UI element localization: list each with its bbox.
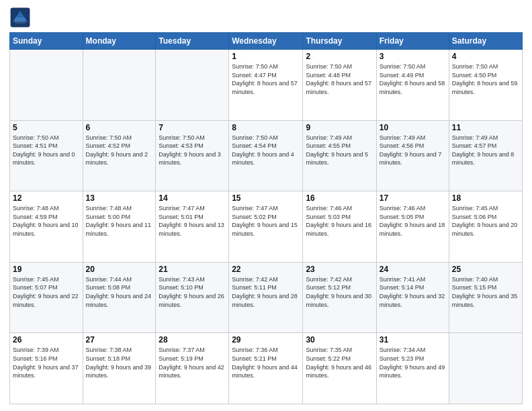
day-number: 27 <box>86 335 153 345</box>
calendar-cell: 20Sunrise: 7:44 AMSunset: 5:08 PMDayligh… <box>83 262 156 333</box>
day-info: Sunrise: 7:49 AMSunset: 4:56 PMDaylight:… <box>380 134 446 167</box>
calendar-week-4: 19Sunrise: 7:45 AMSunset: 5:07 PMDayligh… <box>10 262 523 333</box>
weekday-header-monday: Monday <box>83 33 156 50</box>
calendar-cell: 22Sunrise: 7:42 AMSunset: 5:11 PMDayligh… <box>229 262 303 333</box>
header <box>9 7 523 28</box>
day-info: Sunrise: 7:48 AMSunset: 4:59 PMDaylight:… <box>13 204 80 238</box>
day-number: 9 <box>306 123 373 132</box>
weekday-header-thursday: Thursday <box>303 33 376 50</box>
day-number: 22 <box>232 265 300 274</box>
day-info: Sunrise: 7:50 AMSunset: 4:54 PMDaylight:… <box>232 134 300 167</box>
day-number: 4 <box>452 52 519 61</box>
day-info: Sunrise: 7:36 AMSunset: 5:21 PMDaylight:… <box>232 346 300 379</box>
day-info: Sunrise: 7:46 AMSunset: 5:05 PMDaylight:… <box>380 204 446 238</box>
day-info: Sunrise: 7:50 AMSunset: 4:51 PMDaylight:… <box>13 134 80 167</box>
calendar-cell: 26Sunrise: 7:39 AMSunset: 5:16 PMDayligh… <box>10 333 83 404</box>
day-info: Sunrise: 7:34 AMSunset: 5:23 PMDaylight:… <box>380 346 446 379</box>
calendar-cell: 28Sunrise: 7:37 AMSunset: 5:19 PMDayligh… <box>156 333 229 404</box>
calendar-cell: 6Sunrise: 7:50 AMSunset: 4:52 PMDaylight… <box>83 120 156 191</box>
day-info: Sunrise: 7:45 AMSunset: 5:07 PMDaylight:… <box>13 275 80 309</box>
day-number: 30 <box>306 335 373 345</box>
day-info: Sunrise: 7:50 AMSunset: 4:50 PMDaylight:… <box>452 62 519 96</box>
calendar-cell: 31Sunrise: 7:34 AMSunset: 5:23 PMDayligh… <box>376 333 449 404</box>
calendar-week-1: 1Sunrise: 7:50 AMSunset: 4:47 PMDaylight… <box>10 50 523 121</box>
day-number: 16 <box>306 193 373 203</box>
day-number: 17 <box>380 193 446 203</box>
calendar-cell: 9Sunrise: 7:49 AMSunset: 4:55 PMDaylight… <box>303 120 376 191</box>
weekday-header-friday: Friday <box>376 33 449 50</box>
day-number: 7 <box>159 123 226 132</box>
calendar-cell: 7Sunrise: 7:50 AMSunset: 4:53 PMDaylight… <box>156 120 229 191</box>
day-info: Sunrise: 7:49 AMSunset: 4:57 PMDaylight:… <box>452 134 519 167</box>
calendar-cell: 3Sunrise: 7:50 AMSunset: 4:49 PMDaylight… <box>376 50 449 121</box>
calendar-cell: 24Sunrise: 7:41 AMSunset: 5:14 PMDayligh… <box>376 262 449 333</box>
day-number: 1 <box>232 52 300 61</box>
day-info: Sunrise: 7:45 AMSunset: 5:06 PMDaylight:… <box>452 204 519 238</box>
logo-icon <box>9 7 31 28</box>
day-number: 15 <box>232 193 300 203</box>
day-number: 24 <box>380 265 446 274</box>
day-info: Sunrise: 7:37 AMSunset: 5:19 PMDaylight:… <box>159 346 226 379</box>
day-number: 8 <box>232 123 300 132</box>
calendar-cell: 30Sunrise: 7:35 AMSunset: 5:22 PMDayligh… <box>303 333 376 404</box>
calendar-cell: 14Sunrise: 7:47 AMSunset: 5:01 PMDayligh… <box>156 191 229 263</box>
day-info: Sunrise: 7:50 AMSunset: 4:47 PMDaylight:… <box>232 62 300 96</box>
calendar-cell: 5Sunrise: 7:50 AMSunset: 4:51 PMDaylight… <box>10 120 83 191</box>
logo <box>9 7 34 28</box>
day-info: Sunrise: 7:50 AMSunset: 4:52 PMDaylight:… <box>86 134 153 167</box>
calendar-week-3: 12Sunrise: 7:48 AMSunset: 4:59 PMDayligh… <box>10 191 523 263</box>
day-info: Sunrise: 7:35 AMSunset: 5:22 PMDaylight:… <box>306 346 373 379</box>
day-info: Sunrise: 7:50 AMSunset: 4:49 PMDaylight:… <box>380 62 446 96</box>
day-info: Sunrise: 7:43 AMSunset: 5:10 PMDaylight:… <box>159 275 226 309</box>
calendar-cell: 27Sunrise: 7:38 AMSunset: 5:18 PMDayligh… <box>83 333 156 404</box>
calendar-cell: 23Sunrise: 7:42 AMSunset: 5:12 PMDayligh… <box>303 262 376 333</box>
calendar-table: SundayMondayTuesdayWednesdayThursdayFrid… <box>9 32 523 404</box>
day-number: 18 <box>452 193 519 203</box>
weekday-header-wednesday: Wednesday <box>229 33 303 50</box>
day-info: Sunrise: 7:48 AMSunset: 5:00 PMDaylight:… <box>86 204 153 238</box>
weekday-header-tuesday: Tuesday <box>156 33 229 50</box>
calendar-cell: 25Sunrise: 7:40 AMSunset: 5:15 PMDayligh… <box>449 262 522 333</box>
calendar-cell: 10Sunrise: 7:49 AMSunset: 4:56 PMDayligh… <box>376 120 449 191</box>
weekday-header-sunday: Sunday <box>10 33 83 50</box>
day-info: Sunrise: 7:44 AMSunset: 5:08 PMDaylight:… <box>86 275 153 309</box>
day-number: 19 <box>13 265 80 274</box>
day-number: 14 <box>159 193 226 203</box>
day-info: Sunrise: 7:41 AMSunset: 5:14 PMDaylight:… <box>380 275 446 309</box>
day-number: 31 <box>380 335 446 345</box>
calendar-cell: 2Sunrise: 7:50 AMSunset: 4:48 PMDaylight… <box>303 50 376 121</box>
day-info: Sunrise: 7:50 AMSunset: 4:53 PMDaylight:… <box>159 134 226 167</box>
calendar-week-5: 26Sunrise: 7:39 AMSunset: 5:16 PMDayligh… <box>10 333 523 404</box>
calendar-cell: 13Sunrise: 7:48 AMSunset: 5:00 PMDayligh… <box>83 191 156 263</box>
day-number: 11 <box>452 123 519 132</box>
day-info: Sunrise: 7:38 AMSunset: 5:18 PMDaylight:… <box>86 346 153 379</box>
day-number: 10 <box>380 123 446 132</box>
calendar-cell: 21Sunrise: 7:43 AMSunset: 5:10 PMDayligh… <box>156 262 229 333</box>
day-info: Sunrise: 7:42 AMSunset: 5:11 PMDaylight:… <box>232 275 300 309</box>
calendar-cell: 12Sunrise: 7:48 AMSunset: 4:59 PMDayligh… <box>10 191 83 263</box>
day-info: Sunrise: 7:49 AMSunset: 4:55 PMDaylight:… <box>306 134 373 167</box>
calendar-cell: 18Sunrise: 7:45 AMSunset: 5:06 PMDayligh… <box>449 191 522 263</box>
day-number: 29 <box>232 335 300 345</box>
calendar-cell: 11Sunrise: 7:49 AMSunset: 4:57 PMDayligh… <box>449 120 522 191</box>
day-number: 21 <box>159 265 226 274</box>
day-info: Sunrise: 7:39 AMSunset: 5:16 PMDaylight:… <box>13 346 80 379</box>
day-info: Sunrise: 7:42 AMSunset: 5:12 PMDaylight:… <box>306 275 373 309</box>
day-info: Sunrise: 7:40 AMSunset: 5:15 PMDaylight:… <box>452 275 519 309</box>
page: SundayMondayTuesdayWednesdayThursdayFrid… <box>0 0 532 411</box>
day-number: 25 <box>452 265 519 274</box>
day-number: 2 <box>306 52 373 61</box>
calendar-cell <box>83 50 156 121</box>
calendar-cell: 8Sunrise: 7:50 AMSunset: 4:54 PMDaylight… <box>229 120 303 191</box>
day-info: Sunrise: 7:47 AMSunset: 5:02 PMDaylight:… <box>232 204 300 238</box>
calendar-cell: 29Sunrise: 7:36 AMSunset: 5:21 PMDayligh… <box>229 333 303 404</box>
day-number: 3 <box>380 52 446 61</box>
day-number: 6 <box>86 123 153 132</box>
day-info: Sunrise: 7:47 AMSunset: 5:01 PMDaylight:… <box>159 204 226 238</box>
day-number: 20 <box>86 265 153 274</box>
day-number: 26 <box>13 335 80 345</box>
svg-rect-2 <box>15 17 26 24</box>
day-number: 5 <box>13 123 80 132</box>
day-number: 13 <box>86 193 153 203</box>
calendar-cell: 17Sunrise: 7:46 AMSunset: 5:05 PMDayligh… <box>376 191 449 263</box>
